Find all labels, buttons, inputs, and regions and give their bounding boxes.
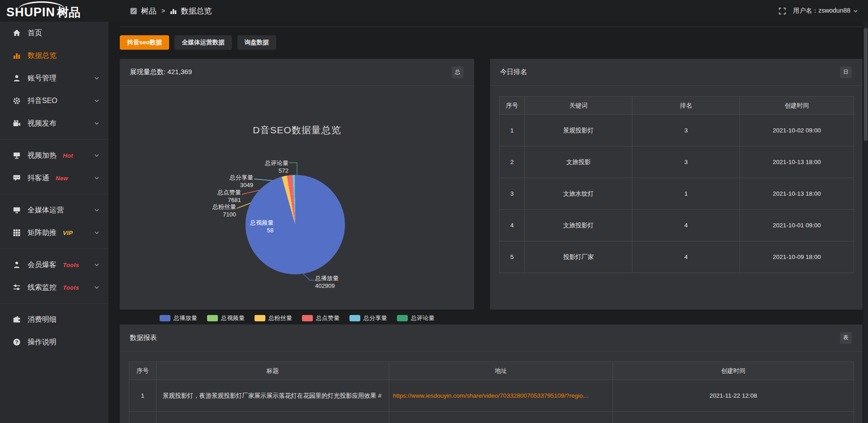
table-cell: 3 (632, 146, 740, 178)
scrollbar-thumb[interactable] (864, 28, 868, 141)
sidebar-item-help[interactable]: ?操作说明 (0, 331, 108, 353)
legend-chip (302, 315, 313, 321)
legend-label: 总点赞量 (316, 314, 340, 322)
chevron-down-icon (94, 207, 99, 213)
chevron-down-icon (853, 9, 858, 14)
sidebar-item-label: 数据总览 (28, 51, 57, 61)
row-title: 景观投影灯，夜游景观投影灯厂家展示展示落花灯在花园里的灯光投影应用效果 # (156, 380, 389, 412)
question-icon: ? (13, 338, 21, 346)
sidebar-item-label: 消费明细 (28, 315, 57, 324)
table-row[interactable]: 3文旅水纹灯12021-10-13 18:00 (500, 178, 854, 210)
tab-media-ops-data[interactable]: 全媒体运营数据 (175, 35, 232, 50)
legend-label: 总粉丝量 (269, 314, 292, 322)
sidebar-item-badge: New (56, 175, 68, 182)
sidebar-divider (0, 303, 108, 304)
table-cell: 投影灯厂家 (525, 241, 632, 273)
sidebar-item-account[interactable]: 账号管理 (0, 67, 108, 89)
sidebar-item-matrix-boost[interactable]: 矩阵助推VIP (0, 221, 108, 244)
breadcrumb-current: 数据总览 (181, 6, 212, 16)
main-content: 抖音seo数据全媒体运营数据询盘数据 展现量总数: 421,369 总 D音SE… (108, 22, 868, 423)
sidebar: 首页数据总览账号管理抖音SEO视频发布视频加热Hot抖客通New全媒体运营矩阵助… (0, 22, 108, 423)
tab-douyin-seo-data[interactable]: 抖音seo数据 (120, 35, 169, 50)
table-cell: 文旅水纹灯 (525, 178, 632, 210)
sidebar-item-spend-detail[interactable]: 消费明细 (0, 308, 108, 331)
comment-icon (13, 174, 21, 182)
scrollbar[interactable] (863, 22, 868, 423)
legend-label: 总播放量 (174, 314, 197, 322)
table-row[interactable]: 1景观投影灯32021-10-02 09:00 (500, 115, 854, 146)
daily-view-button[interactable]: 日 (840, 66, 852, 78)
svg-text:?: ? (15, 339, 19, 345)
column-header: 创建时间 (613, 362, 854, 380)
legend-item[interactable]: 总评论量 (397, 314, 434, 322)
bar-chart-icon (170, 8, 177, 14)
legend-item[interactable]: 总分享量 (349, 314, 387, 322)
table-view-button[interactable]: 表 (840, 332, 852, 344)
legend-chip (349, 315, 360, 321)
logo-arc (18, 1, 65, 9)
table-cell: 2021-10-02 09:00 (740, 115, 854, 146)
chevron-down-icon (94, 230, 99, 235)
report-panel-header: 数据报表 表 (120, 324, 863, 352)
sidebar-item-label: 首页 (28, 28, 42, 38)
sidebar-item-data-overview[interactable]: 数据总览 (0, 44, 108, 67)
sidebar-item-video-heat[interactable]: 视频加热Hot (0, 144, 108, 167)
sidebar-item-label: 视频发布 (28, 119, 57, 128)
table-cell: 2021-10-01 09:00 (740, 210, 854, 241)
legend-item[interactable]: 总点赞量 (302, 314, 340, 322)
legend-item[interactable]: 总粉丝量 (255, 314, 292, 322)
row-url-link[interactable]: https://www.iesdouyin.com/share/video/70… (389, 380, 613, 412)
sidebar-item-media-ops[interactable]: 全媒体运营 (0, 199, 108, 221)
breadcrumb: 树品 > 数据总览 (130, 6, 212, 16)
column-header: 序号 (500, 97, 525, 115)
logo[interactable]: SHUPIN 树品 (0, 0, 108, 22)
tab-inquiry-data[interactable]: 询盘数据 (237, 35, 276, 50)
app: SHUPIN 树品 树品 > 数据总览 用户名：zswodun88 (0, 0, 868, 423)
doc-icon (130, 8, 137, 14)
breadcrumb-root[interactable]: 树品 (141, 6, 156, 16)
sidebar-item-video-publish[interactable]: 视频发布 (0, 112, 108, 135)
report-table: 序号标题地址创建时间1景观投影灯，夜游景观投影灯厂家展示展示落花灯在花园里的灯光… (129, 362, 854, 423)
video-icon (13, 119, 21, 127)
legend-item[interactable]: 总视频量 (207, 314, 245, 322)
sidebar-item-home[interactable]: 首页 (0, 22, 108, 44)
sidebar-item-member-burst[interactable]: 会员爆客Tools (0, 254, 108, 276)
sidebar-item-label: 线索监控 (28, 283, 57, 292)
table-row[interactable]: 2文旅投影32021-10-13 18:00 (500, 146, 854, 178)
sidebar-item-douketong[interactable]: 抖客通New (0, 167, 108, 189)
column-header: 创建时间 (740, 97, 854, 115)
pie-label: 总评论量572 (248, 159, 288, 174)
chart-title: D音SEO数据量总览 (120, 124, 474, 136)
table-cell: 2 (500, 146, 525, 178)
total-view-button[interactable]: 总 (452, 66, 463, 78)
table-cell: 文旅投影 (525, 146, 632, 178)
table-row[interactable]: 1景观投影灯，夜游景观投影灯厂家展示展示落花灯在花园里的灯光投影应用效果 #ht… (129, 380, 854, 412)
row-index: 1 (129, 380, 156, 412)
legend-item[interactable]: 总播放量 (160, 314, 197, 322)
sidebar-item-clue-monitor[interactable]: 线索监控Tools (0, 276, 108, 299)
user-menu[interactable]: 用户名：zswodun88 (793, 7, 858, 15)
sidebar-item-label: 会员爆客 (28, 260, 57, 270)
username-label: 用户名：zswodun88 (793, 7, 850, 15)
column-header: 排名 (632, 97, 740, 115)
pie-label: 总点赞量7681 (200, 188, 241, 204)
report-panel: 数据报表 表 序号标题地址创建时间1景观投影灯，夜游景观投影灯厂家展示展示落花灯… (120, 324, 863, 423)
fullscreen-icon[interactable] (779, 8, 786, 14)
wallet-icon (13, 315, 21, 324)
table-row[interactable]: 5投影灯厂家42021-10-09 18:00 (500, 241, 854, 273)
table-row[interactable]: 4文旅投影灯42021-10-01 09:00 (500, 210, 854, 241)
monitor-icon (13, 206, 21, 214)
chevron-down-icon (94, 98, 99, 103)
sidebar-item-douyin-seo[interactable]: 抖音SEO (0, 89, 108, 112)
table-cell: 景观投影灯 (525, 115, 632, 146)
ranking-title: 今日排名 (500, 68, 527, 76)
table-row (129, 412, 854, 423)
chevron-down-icon (94, 121, 99, 126)
sidebar-item-badge: VIP (63, 230, 73, 236)
table-cell: 3 (632, 115, 740, 146)
impressions-total-label: 展现量总数: 421,369 (130, 68, 192, 76)
sidebar-item-label: 抖音SEO (28, 96, 57, 106)
row-time: 2021-11-22 12:08 (613, 380, 854, 412)
sidebar-divider (0, 194, 108, 194)
sidebar-divider (0, 139, 108, 140)
